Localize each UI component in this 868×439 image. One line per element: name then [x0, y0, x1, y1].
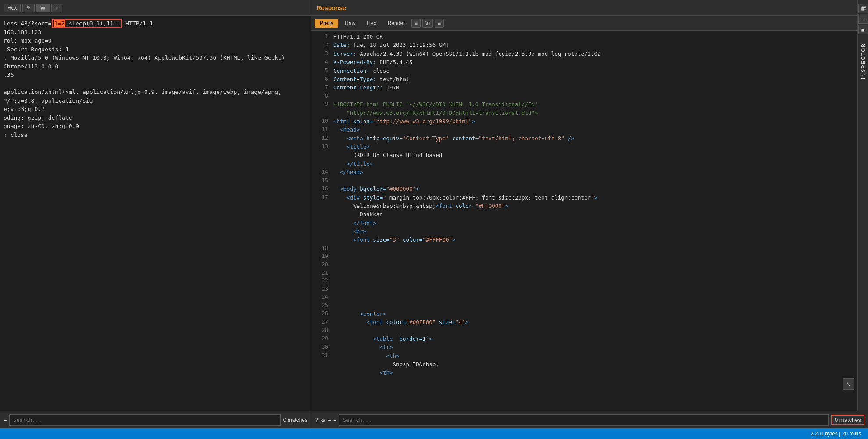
request-line-1: 168.188.123: [4, 28, 307, 37]
edit-button[interactable]: ✎: [22, 4, 35, 12]
right-panel: Response Pretty Raw Hex Render ≡ \n ≡ 1 …: [311, 0, 857, 411]
response-line-16: 16 <body bgcolor="#000000">: [311, 185, 857, 193]
main-container: Hex ✎ W ≡ Less-48/?sort=1=2,sleep(0.1),1…: [0, 0, 868, 411]
status-text: 2,201 bytes | 20 millis: [811, 431, 861, 437]
bottom-right-search-bar: ? ⚙ ← → 0 matches: [311, 411, 868, 428]
response-line-27: 27 <font color="#00FF00" size="4">: [311, 318, 857, 326]
options-button[interactable]: ≡: [435, 19, 444, 28]
response-line-13b: ORDER BY Clause Blind based: [311, 151, 857, 159]
response-line-6: 6 Content-Type: text/html: [311, 75, 857, 83]
response-line-9: 9 <!DOCTYPE html PUBLIC "-//W3C//DTD XHT…: [311, 100, 857, 108]
response-line-31c: <th>: [311, 368, 857, 377]
help-icon[interactable]: ?: [315, 417, 318, 424]
request-line-4: : Mozilla/5.0 (Windows NT 10.0; Win64; x…: [4, 54, 307, 71]
response-line-31b: &nbsp;ID&nbsp;: [311, 360, 857, 368]
response-line-31: 31 <th>: [311, 352, 857, 360]
next-match-icon[interactable]: →: [333, 417, 336, 423]
request-content: Less-48/?sort=1=2,sleep(0.1),1)-- HTTP/1…: [0, 16, 311, 411]
response-content: 1 HTTP/1.1 200 OK 2 Date: Tue, 18 Jul 20…: [311, 31, 857, 411]
url-prefix: Less-48/?sort=: [4, 20, 52, 27]
response-line-28: 28: [311, 326, 857, 335]
tab-raw[interactable]: Raw: [340, 19, 360, 28]
bottom-bars: → 0 matches ? ⚙ ← → 0 matches: [0, 411, 868, 428]
request-line-11: : close: [4, 131, 307, 139]
response-line-1: 1 HTTP/1.1 200 OK: [311, 32, 857, 41]
left-arrow-icon[interactable]: →: [4, 417, 7, 423]
status-bar: 2,201 bytes | 20 millis: [0, 428, 868, 439]
response-line-13c: </title>: [311, 160, 857, 168]
response-line-22: 22: [311, 277, 857, 285]
request-line-2: rol: max-age=0: [4, 36, 307, 45]
response-line-20: 20: [311, 261, 857, 269]
hamburger-icon[interactable]: ≡: [862, 4, 866, 12]
url-param-rest: ,sleep(0.1),1)--: [65, 20, 120, 27]
response-line-9b: "http://www.w3.org/TR/xhtml1/DTD/xhtml1-…: [311, 109, 857, 117]
newline-button[interactable]: \n: [422, 19, 433, 28]
request-url-line: Less-48/?sort=1=2,sleep(0.1),1)-- HTTP/1…: [4, 19, 307, 28]
response-line-12: 12 <meta http-equiv="Content-Type" conte…: [311, 134, 857, 143]
url-param-box: 1=2,sleep(0.1),1)--: [52, 19, 122, 28]
response-line-8: 8: [311, 92, 857, 100]
response-line-5: 5 Connection: close: [311, 67, 857, 75]
response-line-17f: <font size="3" color="#FFFF00">: [311, 236, 857, 244]
expand-button[interactable]: ⤡: [843, 378, 854, 390]
left-matches-count: 0 matches: [283, 417, 307, 423]
response-line-17b: Welcome&nbsp;&nbsp;&nbsp;<font color="#F…: [311, 202, 857, 210]
request-line-9: oding: gzip, deflate: [4, 114, 307, 122]
response-title: Response: [317, 4, 346, 11]
response-toolbar: Pretty Raw Hex Render ≡ \n ≡: [311, 16, 857, 31]
response-line-30: 30 <tr>: [311, 343, 857, 351]
response-line-24: 24: [311, 293, 857, 301]
request-line-7: application/xhtml+xml, application/xml;q…: [4, 88, 307, 105]
url-suffix: HTTP/1.1: [122, 20, 153, 27]
layout-list-icon[interactable]: ≡: [858, 14, 868, 24]
response-line-23: 23: [311, 285, 857, 293]
response-line-25: 25: [311, 301, 857, 310]
response-line-14: 14 </head>: [311, 168, 857, 176]
hex-button[interactable]: Hex: [4, 4, 21, 12]
response-line-10: 10 <html xmlns="http://www.w3.org/1999/x…: [311, 117, 857, 125]
inspector-label: INSPECTOR: [861, 43, 866, 79]
response-line-19: 19: [311, 252, 857, 261]
response-line-15: 15: [311, 177, 857, 185]
response-line-17c: Dhakkan: [311, 210, 857, 218]
right-search-input[interactable]: [339, 414, 829, 426]
response-line-17d: </font>: [311, 219, 857, 227]
right-matches-count: 0 matches: [831, 415, 864, 425]
menu-button[interactable]: ≡: [51, 4, 62, 12]
response-line-17e: <br>: [311, 227, 857, 236]
response-line-4: 4 X-Powered-By: PHP/5.4.45: [311, 58, 857, 66]
word-wrap-button[interactable]: W: [36, 4, 49, 12]
request-line-8: e;v=b3;q=0.7: [4, 105, 307, 114]
bottom-left-search-bar: → 0 matches: [0, 411, 311, 428]
response-header: Response: [311, 0, 857, 16]
tab-render[interactable]: Render: [383, 19, 410, 28]
response-line-7: 7 Content-Length: 1970: [311, 83, 857, 92]
url-highlight: 1=2: [54, 20, 65, 27]
request-line-6: [4, 79, 307, 88]
layout-single-icon[interactable]: ▣: [858, 25, 868, 34]
request-line-5: .36: [4, 71, 307, 79]
response-line-13: 13 <title>: [311, 143, 857, 151]
stream-icon-button[interactable]: ≡: [411, 19, 421, 28]
response-line-18: 18: [311, 244, 857, 253]
response-line-3: 3 Server: Apache/2.4.39 (Win64) OpenSSL/…: [311, 50, 857, 58]
response-line-2: 2 Date: Tue, 18 Jul 2023 12:19:56 GMT: [311, 41, 857, 49]
left-panel: Hex ✎ W ≡ Less-48/?sort=1=2,sleep(0.1),1…: [0, 0, 311, 411]
inspector-sidebar: ▦ ≡ ▣ INSPECTOR ≡: [857, 0, 868, 411]
tab-hex[interactable]: Hex: [362, 19, 381, 28]
response-line-11: 11 <head>: [311, 125, 857, 134]
request-line-10: guage: zh-CN, zh;q=0.9: [4, 122, 307, 131]
settings-icon[interactable]: ⚙: [321, 417, 325, 424]
left-search-input[interactable]: [9, 414, 280, 426]
response-line-26: 26 <center>: [311, 310, 857, 318]
tab-pretty[interactable]: Pretty: [315, 19, 338, 28]
prev-match-icon[interactable]: ←: [328, 417, 331, 423]
response-line-21: 21: [311, 269, 857, 277]
response-line-17: 17 <div style=" margin-top:70px;color:#F…: [311, 193, 857, 202]
request-line-3: -Secure-Requests: 1: [4, 45, 307, 54]
left-toolbar: Hex ✎ W ≡: [0, 0, 311, 16]
response-line-29: 29 <table border=1`>: [311, 335, 857, 343]
